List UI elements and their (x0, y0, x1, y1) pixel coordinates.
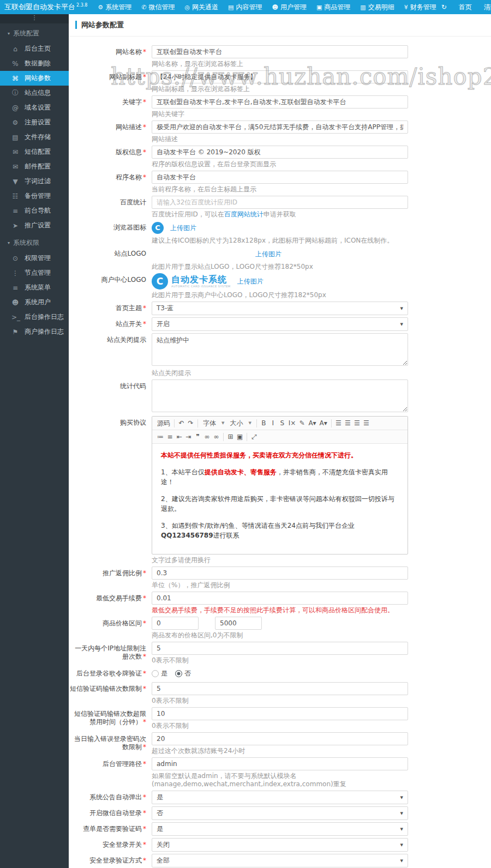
clear-cache-link[interactable]: 清除缓存 (484, 3, 491, 12)
sidebar-item-系统菜单[interactable]: ≡系统菜单 (0, 280, 69, 295)
announce-popup-select[interactable]: 是▼ (152, 791, 408, 804)
ip-register-limit-input[interactable] (152, 642, 408, 655)
nav-menu-财务管理[interactable]: ¥财务管理 (399, 0, 441, 14)
sidebar-item-站点信息[interactable]: ⓘ站点信息 (0, 86, 69, 100)
nav-menu-微信管理[interactable]: ✆微信管理 (136, 0, 179, 14)
refresh-icon[interactable]: ↻ (441, 3, 447, 11)
favicon-upload-link[interactable]: 上传图片 (170, 224, 196, 233)
bg-color-button[interactable]: A▾ (318, 418, 329, 429)
google-auth-radio-否[interactable]: 否 (175, 669, 191, 678)
field-control: 0表示不限制 (152, 682, 408, 705)
font-select[interactable]: 字体▼ (200, 419, 227, 428)
logo-text: 自动发卡系统 (171, 275, 231, 284)
nav-menu-用户管理[interactable]: ☻用户管理 (267, 0, 311, 14)
image-button[interactable]: ▣ (235, 431, 244, 442)
unlink-button[interactable]: ∞ (212, 431, 221, 442)
sidebar-item-注册设置[interactable]: ⚙注册设置 (0, 115, 69, 130)
sidebar-item-节点管理[interactable]: ⋮节点管理 (0, 266, 69, 280)
blockquote-button[interactable]: ❞ (193, 431, 202, 442)
nav-menu-商品管理[interactable]: ▣商品管理 (312, 0, 355, 14)
sidebar-item-短信配置[interactable]: ✉短信配置 (0, 144, 69, 159)
help-link[interactable]: 百度网站统计 (224, 210, 264, 218)
program-name-input[interactable] (152, 171, 408, 184)
align-left-button[interactable]: ☰ (334, 418, 343, 429)
site-description-input[interactable] (152, 120, 408, 134)
italic-button[interactable]: I (268, 418, 278, 429)
site-logo-upload-link[interactable]: 上传图片 (255, 250, 282, 259)
site-switch-select[interactable]: 开启▼ (152, 317, 408, 331)
brand-title[interactable]: 互联创盟自动发卡平台2.3.8 (0, 2, 93, 12)
home-theme-select[interactable]: T3-蓝▼ (152, 302, 408, 315)
format-painter-button[interactable]: ✎ (297, 418, 307, 429)
align-right-button[interactable]: ☰ (352, 418, 362, 429)
sidebar-item-网站参数[interactable]: ⌘网站参数 (0, 71, 69, 86)
outdent-button[interactable]: ⇤ (175, 431, 184, 442)
field-label: 系统公告自动弹出* (69, 791, 152, 804)
unordered-list-button[interactable]: ≡ (165, 431, 175, 442)
nav-menu-系统管理[interactable]: ⚙系统管理 (93, 0, 136, 14)
sidebar-item-数据删除[interactable]: %数据删除 (0, 56, 69, 71)
editor-content[interactable]: 本站不提供任何性质担保服务，买卖请在双方充分信任情况下进行。1、本站平台仅提供自… (152, 444, 408, 554)
sidebar-item-域名设置[interactable]: @域名设置 (0, 100, 69, 115)
product-price-range-max-input[interactable] (215, 617, 262, 630)
site-subtitle-input[interactable] (152, 70, 408, 83)
site-name-input[interactable] (152, 45, 408, 58)
sidebar-item-文件存储[interactable]: ▤文件存储 (0, 130, 69, 144)
align-center-button[interactable]: ☰ (343, 418, 352, 429)
remove-format-button[interactable]: I× (287, 418, 298, 429)
nav-home-link[interactable]: 首页 (459, 3, 472, 12)
secure-login-switch-select[interactable]: 关闭▼ (152, 838, 408, 852)
sidebar-item-后台主页[interactable]: ⌂后台主页 (0, 41, 69, 56)
daily-password-error-limit-input[interactable] (152, 732, 408, 745)
min-transaction-fee-input[interactable] (152, 592, 408, 605)
sidebar-section-title[interactable]: ▾系统权限 (0, 233, 69, 251)
indent-button[interactable]: ⇥ (184, 431, 193, 442)
register-icon: ⚙ (11, 119, 19, 126)
text-color-button[interactable]: A▾ (307, 418, 318, 429)
sidebar-item-label: 站点信息 (25, 88, 51, 98)
admin-path-input[interactable] (152, 757, 408, 770)
fullscreen-button[interactable]: ⤢ (249, 431, 259, 442)
sidebar-section-title[interactable]: ▾系统配置 (0, 23, 69, 41)
sms-error-limit-input[interactable] (152, 682, 408, 695)
sidebar-item-前台导航[interactable]: ≡前台导航 (0, 203, 69, 218)
align-justify-button[interactable]: ☰ (362, 418, 371, 429)
site-close-tip-textarea[interactable] (152, 333, 408, 366)
sidebar-collapse-handle[interactable]: ⋮ (0, 14, 69, 23)
sidebar-item-邮件配置[interactable]: ✉邮件配置 (0, 159, 69, 174)
google-auth-radio-是[interactable]: 是 (152, 669, 167, 678)
source-button[interactable]: 源码 (155, 418, 172, 429)
nav-menu-交易明细[interactable]: ▥交易明细 (355, 0, 399, 14)
sidebar-item-推广设置[interactable]: ➤推广设置 (0, 218, 69, 233)
table-button[interactable]: ⊞ (226, 431, 235, 442)
redo-icon[interactable]: ↷ (186, 418, 195, 429)
copyright-input[interactable] (152, 146, 408, 159)
size-select[interactable]: 大小▼ (227, 419, 254, 428)
sms-error-ban-time-input[interactable] (152, 707, 408, 720)
bold-button[interactable]: B (259, 418, 268, 429)
nav-menu-网关通道[interactable]: ◎网关通道 (179, 0, 223, 14)
link-button[interactable]: ∞ (202, 431, 212, 442)
field-label: 站点关闭提示 (69, 333, 152, 377)
nav-menu-内容管理[interactable]: ▤内容管理 (223, 0, 267, 14)
sidebar-item-备份管理[interactable]: ☷备份管理 (0, 189, 69, 203)
sidebar-item-商户操作日志[interactable]: ⚑商户操作日志 (0, 324, 69, 339)
strikethrough-button[interactable]: S (278, 418, 287, 429)
sidebar-item-系统用户[interactable]: ☻系统用户 (0, 295, 69, 310)
product-price-range-min-input[interactable] (152, 617, 199, 630)
settings-form: 网站名称*网站名称，显示在浏览器标签上网站副标题*网站副标题，显示在浏览器标签上… (69, 37, 491, 867)
keywords-input[interactable] (152, 95, 408, 108)
promo-commission-rate-input[interactable] (152, 566, 408, 580)
sidebar-item-字词过滤[interactable]: ▼字词过滤 (0, 174, 69, 189)
sidebar-item-后台操作日志[interactable]: >_后台操作日志 (0, 310, 69, 324)
analytics-code-textarea[interactable] (152, 379, 408, 412)
secure-login-method-select[interactable]: 全部▼ (152, 854, 408, 867)
undo-icon[interactable]: ↶ (177, 418, 186, 429)
sidebar-item-权限管理[interactable]: ⊙权限管理 (0, 251, 69, 266)
query-captcha-select[interactable]: 是▼ (152, 822, 408, 836)
ordered-list-button[interactable]: ≔ (155, 431, 165, 442)
wechat-auto-login-select[interactable]: 否▼ (152, 806, 408, 820)
merchant-logo-upload-link[interactable]: 上传图片 (237, 277, 264, 286)
sidebar-item-label: 域名设置 (25, 103, 51, 112)
baidu-analytics-input[interactable] (152, 196, 408, 209)
